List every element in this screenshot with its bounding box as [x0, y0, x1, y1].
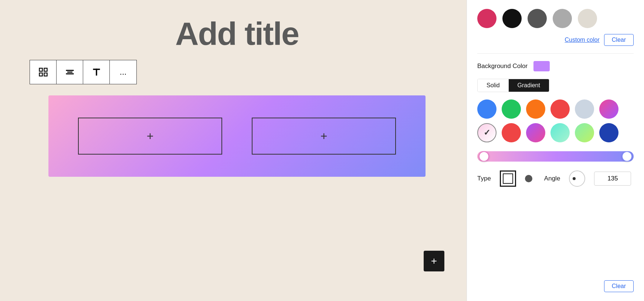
- tab-gradient[interactable]: Gradient: [509, 79, 549, 92]
- toolbar: ...: [30, 60, 137, 84]
- grad-swatch-teal-mint[interactable]: [550, 123, 570, 142]
- custom-color-row: Custom color Clear: [477, 34, 634, 46]
- grid-icon: [38, 67, 48, 77]
- angle-dial[interactable]: [569, 170, 585, 187]
- svg-rect-0: [39, 68, 42, 71]
- slider-thumb-right[interactable]: [622, 151, 632, 162]
- gradient-swatches: [477, 99, 634, 142]
- more-dots-icon: ...: [120, 67, 126, 77]
- add-page-icon: +: [431, 255, 437, 267]
- gradient-slider-track: [477, 151, 634, 162]
- tab-solid[interactable]: Solid: [478, 79, 509, 92]
- gradient-block: + +: [48, 95, 426, 177]
- grad-swatch-blue[interactable]: [477, 99, 496, 119]
- add-block-right[interactable]: +: [252, 118, 396, 155]
- grad-swatch-pink-white[interactable]: [477, 123, 496, 142]
- add-block-right-icon: +: [321, 129, 328, 143]
- canvas-title[interactable]: Add title: [175, 15, 299, 53]
- grad-swatch-lime[interactable]: [575, 123, 594, 142]
- gradient-swatch-row-2: [477, 123, 634, 142]
- type-square-inner: [503, 173, 513, 184]
- gradient-slider[interactable]: [477, 150, 634, 163]
- grad-swatch-pink-purple[interactable]: [599, 99, 618, 119]
- angle-dial-indicator: [573, 177, 576, 180]
- bg-color-label: Background Color: [477, 62, 528, 70]
- svg-rect-3: [44, 73, 47, 76]
- custom-color-button[interactable]: Custom color: [565, 37, 600, 43]
- grad-swatch-silver[interactable]: [575, 99, 594, 119]
- color-swatch-dark-gray[interactable]: [528, 9, 547, 28]
- grad-swatch-purple-pink[interactable]: [526, 123, 545, 142]
- gradient-swatch-row-1: [477, 99, 634, 119]
- slider-thumb-left[interactable]: [479, 151, 489, 162]
- bg-color-preview-swatch[interactable]: [533, 61, 550, 71]
- color-swatch-black[interactable]: [502, 9, 522, 28]
- clear-bottom-button[interactable]: Clear: [604, 280, 634, 292]
- divider-1: [477, 53, 634, 54]
- grid-layout-button[interactable]: [30, 60, 57, 84]
- align-button[interactable]: [57, 60, 83, 84]
- add-page-button[interactable]: +: [424, 251, 444, 271]
- clear-top-button[interactable]: Clear: [604, 34, 634, 46]
- svg-rect-8: [96, 69, 97, 76]
- text-icon: [91, 67, 102, 77]
- grad-swatch-orange[interactable]: [526, 99, 545, 119]
- type-linear-icon[interactable]: [500, 170, 516, 187]
- grad-swatch-green[interactable]: [502, 99, 521, 119]
- svg-rect-1: [44, 68, 47, 71]
- right-panel: Custom color Clear Background Color Soli…: [467, 0, 644, 301]
- bg-color-row: Background Color: [477, 61, 634, 71]
- top-color-swatches: [477, 9, 634, 28]
- color-swatch-crimson[interactable]: [477, 9, 496, 28]
- color-swatch-off-white[interactable]: [578, 9, 597, 28]
- more-options-button[interactable]: ...: [110, 60, 136, 84]
- bottom-clear-row: Clear: [477, 280, 634, 292]
- angle-label: Angle: [544, 175, 560, 182]
- add-block-left-icon: +: [147, 129, 154, 143]
- grad-swatch-red-orange[interactable]: [550, 99, 570, 119]
- color-swatch-light-gray[interactable]: [553, 9, 572, 28]
- text-button[interactable]: [83, 60, 110, 84]
- angle-input[interactable]: [594, 172, 631, 186]
- add-block-left[interactable]: +: [78, 118, 222, 155]
- solid-gradient-toggle: Solid Gradient: [477, 79, 549, 92]
- align-icon: [65, 67, 75, 77]
- type-label: Type: [477, 175, 491, 182]
- type-radial-icon[interactable]: [525, 175, 532, 182]
- grad-swatch-navy[interactable]: [599, 123, 618, 142]
- type-angle-row: Type Angle: [477, 170, 634, 187]
- grad-swatch-red[interactable]: [502, 123, 521, 142]
- svg-rect-2: [39, 73, 42, 76]
- canvas-area: Add title ... + + +: [0, 0, 467, 301]
